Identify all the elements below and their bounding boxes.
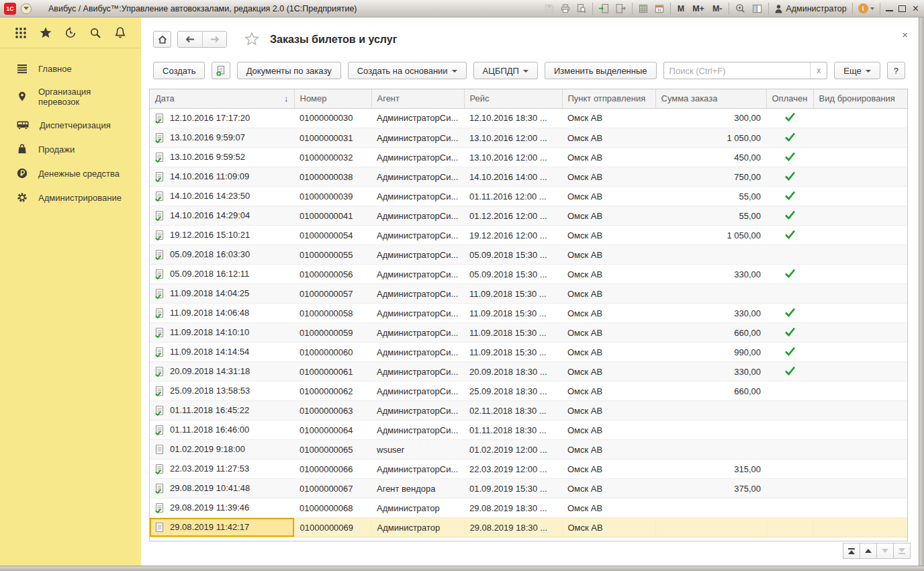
cell-date[interactable]: 29.08.2019 11:39:46 [150, 498, 294, 518]
cell-agent[interactable]: АдминистраторСи... [371, 362, 464, 382]
cell-number[interactable]: 01000000060 [294, 343, 371, 362]
page-up-button[interactable] [860, 543, 877, 559]
memory-minus-button[interactable]: M- [711, 4, 724, 13]
sidebar-item-administration[interactable]: Администрирование [0, 185, 141, 210]
cell-paid[interactable] [766, 245, 813, 265]
cell-departure[interactable]: Омск АВ [562, 518, 655, 537]
column-header-sum[interactable]: Сумма заказа [655, 89, 766, 108]
cell-booking-type[interactable] [813, 440, 907, 459]
cell-trip[interactable]: 12.10.2016 18:30 ... [464, 108, 562, 128]
cell-number[interactable]: 01000000054 [294, 226, 371, 245]
print-preview-icon[interactable] [576, 3, 587, 14]
cell-sum[interactable]: 330,00 [655, 362, 766, 382]
cell-departure[interactable]: Омск АВ [562, 167, 655, 187]
table-row[interactable]: 13.10.2016 9:59:0701000000031Администрат… [150, 128, 907, 148]
documents-by-order-button[interactable]: Документы по заказу [237, 62, 341, 79]
calendar-icon[interactable]: 31 [654, 3, 665, 14]
cell-number[interactable]: 01000000057 [294, 284, 371, 304]
cell-number[interactable]: 01000000038 [294, 167, 371, 187]
cell-date[interactable]: 12.10.2016 17:17:20 [150, 109, 294, 128]
cell-agent[interactable]: АдминистраторСи... [371, 206, 464, 226]
cell-date[interactable]: 01.11.2018 16:45:22 [150, 401, 294, 421]
table-row[interactable]: 11.09.2018 14:04:2501000000057Администра… [150, 284, 907, 304]
cell-paid[interactable] [766, 382, 813, 401]
column-header-trip[interactable]: Рейс [464, 89, 562, 108]
cell-paid[interactable] [766, 421, 813, 440]
cell-booking-type[interactable] [813, 128, 907, 148]
cell-number[interactable]: 01000000065 [294, 440, 371, 459]
cell-departure[interactable]: Омск АВ [562, 323, 655, 343]
cell-trip[interactable]: 11.09.2018 15:30 ... [464, 323, 562, 343]
cell-date[interactable]: 19.12.2016 15:10:21 [150, 226, 294, 245]
cell-trip[interactable]: 11.09.2018 15:30 ... [464, 304, 562, 323]
cell-departure[interactable]: Омск АВ [562, 343, 655, 362]
table-row[interactable]: 14.10.2016 14:23:5001000000039Администра… [150, 187, 907, 206]
more-button[interactable]: Еще [834, 62, 880, 79]
cell-paid[interactable] [766, 206, 813, 226]
cell-date[interactable]: 01.11.2018 16:46:00 [150, 421, 294, 440]
cell-trip[interactable]: 14.10.2016 14:00 ... [464, 167, 562, 187]
table-row[interactable]: 25.09.2018 13:58:5301000000062Администра… [150, 382, 907, 401]
cell-trip[interactable]: 19.12.2016 12:00 ... [464, 226, 562, 245]
table-row[interactable]: 29.08.2019 11:42:1701000000069Администра… [150, 518, 907, 537]
cell-date[interactable]: 14.10.2016 14:29:04 [150, 206, 294, 226]
save-icon[interactable] [544, 3, 555, 14]
acbpdp-button[interactable]: АЦБПДП [473, 62, 538, 79]
cell-sum[interactable]: 660,00 [655, 323, 766, 343]
cell-booking-type[interactable] [813, 401, 907, 421]
cell-number[interactable]: 01000000032 [294, 148, 371, 167]
cell-booking-type[interactable] [813, 206, 907, 226]
cell-booking-type[interactable] [813, 382, 907, 401]
save-file-icon[interactable] [615, 3, 627, 14]
split-view-icon[interactable] [751, 3, 763, 14]
cell-date[interactable]: 13.10.2016 9:59:52 [150, 148, 294, 167]
cell-sum[interactable]: 55,00 [655, 206, 766, 226]
column-header-paid[interactable]: Оплачен [766, 89, 813, 108]
table-row[interactable]: 01.02.2019 9:18:0001000000065wsuser01.02… [150, 440, 907, 459]
cell-agent[interactable]: АдминистраторСи... [371, 284, 464, 304]
cell-number[interactable]: 01000000068 [294, 498, 371, 518]
cell-departure[interactable]: Омск АВ [562, 440, 655, 459]
cell-departure[interactable]: Омск АВ [562, 226, 655, 245]
cell-booking-type[interactable] [813, 226, 907, 245]
cell-date[interactable]: 05.09.2018 16:12:11 [150, 265, 294, 284]
column-header-number[interactable]: Номер [294, 89, 371, 108]
cell-booking-type[interactable] [813, 323, 907, 343]
help-button[interactable]: ? [887, 62, 905, 79]
cell-sum[interactable]: 750,00 [655, 167, 766, 187]
cell-booking-type[interactable] [813, 304, 907, 323]
maximize-button[interactable] [898, 5, 906, 12]
cell-departure[interactable]: Омск АВ [562, 304, 655, 323]
zoom-icon[interactable] [735, 3, 746, 14]
cell-sum[interactable] [655, 401, 766, 421]
cell-paid[interactable] [766, 498, 813, 518]
cell-departure[interactable]: Омск АВ [562, 284, 655, 304]
cell-trip[interactable]: 05.09.2018 15:30 ... [464, 245, 562, 265]
cell-agent[interactable]: АдминистраторСи... [371, 421, 464, 440]
cell-agent[interactable]: АдминистраторСи... [371, 108, 464, 128]
info-menu-button[interactable]: i [858, 3, 874, 13]
table-row[interactable]: 01.11.2018 16:46:0001000000064Администра… [150, 421, 907, 440]
cell-date[interactable]: 14.10.2016 11:09:09 [150, 167, 294, 187]
cell-number[interactable]: 01000000031 [294, 128, 371, 148]
cell-paid[interactable] [766, 167, 813, 187]
table-row[interactable]: 13.10.2016 9:59:5201000000032Администрат… [150, 148, 907, 167]
cell-sum[interactable] [655, 245, 766, 265]
cell-paid[interactable] [766, 401, 813, 421]
cell-date[interactable]: 05.09.2018 16:03:30 [150, 245, 294, 265]
cell-paid[interactable] [766, 323, 813, 343]
favorites-icon[interactable] [37, 24, 54, 42]
cell-trip[interactable]: 25.09.2018 18:30 ... [464, 382, 562, 401]
cell-agent[interactable]: АдминистраторСи... [371, 245, 464, 265]
cell-paid[interactable] [766, 148, 813, 167]
cell-paid[interactable] [766, 187, 813, 206]
table-row[interactable]: 05.09.2018 16:12:1101000000056Администра… [150, 265, 907, 284]
cell-booking-type[interactable] [813, 187, 907, 206]
cell-paid[interactable] [766, 304, 813, 323]
cell-paid[interactable] [766, 128, 813, 148]
cell-departure[interactable]: Омск АВ [562, 498, 655, 518]
column-header-date[interactable]: Дата↓ [150, 89, 294, 108]
cell-paid[interactable] [766, 459, 813, 479]
cell-sum[interactable] [655, 284, 766, 304]
cell-booking-type[interactable] [813, 421, 907, 440]
